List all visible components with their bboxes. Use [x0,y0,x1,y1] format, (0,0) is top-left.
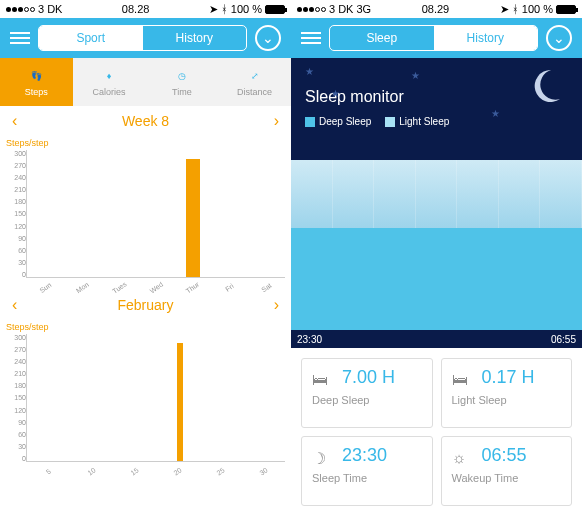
metric-tabs: 👣 Steps ♦ Calories ◷ Time ⤢ Distance [0,58,291,106]
card-light-sleep: 🛏0.17 H Light Sleep [441,358,573,428]
tab-label: Distance [237,87,272,97]
bed-icon: 🛏 [452,371,474,385]
tab-time[interactable]: ◷ Time [146,58,219,106]
card-value: 7.00 H [342,367,395,388]
network: 3G [356,3,371,15]
tab-label: Time [172,87,192,97]
card-label: Light Sleep [452,394,562,406]
bar-thur [186,159,200,277]
sleep-start-time: 23:30 [297,334,322,345]
y-axis-label: Steps/step [6,138,285,148]
period-selector-week: ‹ Week 8 › [0,106,291,136]
card-deep-sleep: 🛏7.00 H Deep Sleep [301,358,433,428]
moon-icon [526,68,562,104]
bluetooth-icon: ᚼ [221,3,228,15]
moon-small-icon: ☽ [312,449,334,463]
status-bar: 3 DK 3G 08.29 ➤ ᚼ 100 % [291,0,582,18]
chevron-right-icon[interactable]: › [274,296,279,314]
y-axis-ticks: 3002702402101801501209060300 [6,334,26,474]
sleep-header: ★★★★ Sleep monitor Deep Sleep Light Slee… [291,58,582,160]
clock: 08.28 [122,3,150,15]
card-label: Sleep Time [312,472,422,484]
sleep-chart [291,160,582,330]
card-value: 23:30 [342,445,387,466]
battery-pct: 100 % [231,3,262,15]
card-label: Deep Sleep [312,394,422,406]
chevron-left-icon[interactable]: ‹ [12,296,17,314]
location-icon: ➤ [500,3,509,16]
period-label: Week 8 [122,113,169,129]
battery-icon [556,5,576,14]
chevron-down-icon[interactable]: ⌄ [255,25,281,51]
tab-steps[interactable]: 👣 Steps [0,58,73,106]
status-bar: 3 DK 08.28 ➤ ᚼ 100 % [0,0,291,18]
x-axis-labels: SunMonTuesWedThurFriSat [27,284,285,291]
legend-deep-label: Deep Sleep [319,116,371,127]
y-axis-ticks: 3002702402101801501209060300 [6,150,26,290]
legend-light-label: Light Sleep [399,116,449,127]
week-chart: Steps/step 3002702402101801501209060300 … [0,136,291,290]
top-bar: Sleep History ⌄ [291,18,582,58]
legend-light-swatch [385,117,395,127]
top-bar: Sport History ⌄ [0,18,291,58]
chevron-down-icon[interactable]: ⌄ [546,25,572,51]
menu-icon[interactable] [301,32,321,44]
legend-deep-swatch [305,117,315,127]
carrier: 3 DK [38,3,62,15]
flame-icon: ♦ [100,67,118,85]
card-label: Wakeup Time [452,472,562,484]
sleep-screen: 3 DK 3G 08.29 ➤ ᚼ 100 % Sleep History ⌄ … [291,0,582,510]
clock-icon: ◷ [173,67,191,85]
bar-day-19 [177,343,183,461]
tab-calories[interactable]: ♦ Calories [73,58,146,106]
battery-icon [265,5,285,14]
month-chart: Steps/step 3002702402101801501209060300 … [0,320,291,474]
menu-icon[interactable] [10,32,30,44]
card-sleep-time: ☽23:30 Sleep Time [301,436,433,506]
y-axis-label: Steps/step [6,322,285,332]
sleep-time-axis: 23:30 06:55 [291,330,582,348]
card-value: 06:55 [482,445,527,466]
signal-dots [297,7,326,12]
seg-history[interactable]: History [143,26,247,50]
sport-screen: 3 DK 08.28 ➤ ᚼ 100 % Sport History ⌄ 👣 S… [0,0,291,510]
bed-icon: 🛏 [312,371,334,385]
tab-label: Steps [25,87,48,97]
sleep-end-time: 06:55 [551,334,576,345]
card-value: 0.17 H [482,367,535,388]
sleep-cards: 🛏7.00 H Deep Sleep 🛏0.17 H Light Sleep ☽… [291,348,582,510]
tab-label: Calories [93,87,126,97]
segment-control: Sport History [38,25,247,51]
card-wakeup-time: ☼06:55 Wakeup Time [441,436,573,506]
carrier: 3 DK [329,3,353,15]
sleep-legend: Deep Sleep Light Sleep [305,116,568,127]
seg-sleep[interactable]: Sleep [330,26,434,50]
chevron-left-icon[interactable]: ‹ [12,112,17,130]
signal-dots [6,7,35,12]
footprints-icon: 👣 [27,67,45,85]
bluetooth-icon: ᚼ [512,3,519,15]
location-icon: ➤ [209,3,218,16]
chevron-right-icon[interactable]: › [274,112,279,130]
seg-history[interactable]: History [434,26,538,50]
clock: 08.29 [422,3,450,15]
battery-pct: 100 % [522,3,553,15]
x-axis-labels: 51015202530 [27,468,285,475]
seg-sport[interactable]: Sport [39,26,143,50]
segment-control: Sleep History [329,25,538,51]
tab-distance[interactable]: ⤢ Distance [218,58,291,106]
distance-icon: ⤢ [246,67,264,85]
sun-icon: ☼ [452,449,474,463]
